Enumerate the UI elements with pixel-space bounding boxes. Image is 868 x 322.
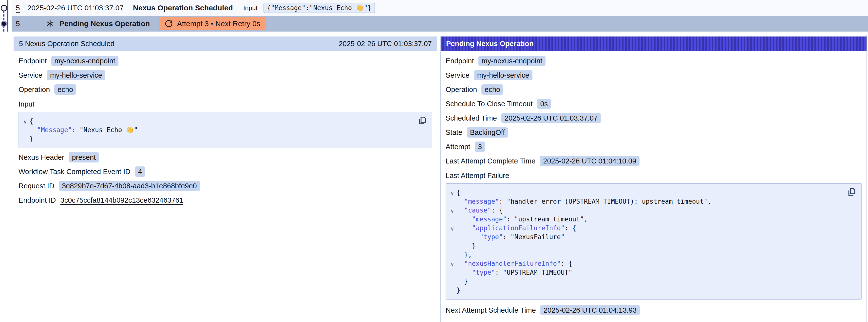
timeline-event-dot-icon xyxy=(1,5,7,11)
field-endpoint: Endpoint my-nexus-endpoint xyxy=(445,56,862,66)
field-next-attempt-schedule-time: Next Attempt Schedule Time 2025-02-26 UT… xyxy=(445,305,862,315)
attempt-retry-badge: Attempt 3 • Next Retry 0s xyxy=(159,17,266,30)
event-row-pending[interactable]: 5 Pending Nexus Operation Attempt 3 • Ne… xyxy=(11,16,868,32)
field-value-badge: my-hello-service xyxy=(47,70,105,80)
event-timestamp: 2025-02-26 UTC 01:03:37.07 xyxy=(27,4,124,12)
field-label: Operation xyxy=(19,86,50,94)
failure-section-label: Last Attempt Failure xyxy=(445,171,862,180)
event-detail-timestamp: 2025-02-26 UTC 01:03:37.07 xyxy=(339,40,432,48)
field-state: State BackingOff xyxy=(445,127,862,137)
field-value-badge: 2025-02-26 UTC 01:04:10.09 xyxy=(540,156,639,166)
field-value-badge: my-nexus-endpoint xyxy=(51,56,119,66)
field-schedule-to-close-timeout: Schedule To Close Timeout 0s xyxy=(445,99,862,109)
field-value-badge: 4 xyxy=(135,166,145,177)
event-title: Nexus Operation Scheduled xyxy=(133,4,233,12)
failure-code-block: ∨{ "message": "handler error (UPSTREAM_T… xyxy=(445,183,862,299)
copy-button[interactable] xyxy=(846,187,857,197)
field-label: Nexus Header xyxy=(19,153,64,161)
scrollbar-track[interactable] xyxy=(867,34,867,322)
field-value-badge: 0s xyxy=(537,99,551,109)
field-value-badge: 2025-02-26 UTC 01:04:13.93 xyxy=(540,305,640,315)
field-label: State xyxy=(445,128,462,137)
field-value-badge: BackingOff xyxy=(467,127,508,137)
field-endpoint: Endpoint my-nexus-endpoint xyxy=(19,56,432,66)
field-label: Request ID xyxy=(19,182,54,190)
input-section-label: Input xyxy=(19,100,432,108)
timeline-current-dot-icon xyxy=(1,21,7,27)
field-value-badge: present xyxy=(69,152,99,162)
workflow-event-history-screen: 5 2025-02-26 UTC 01:03:37.07 Nexus Opera… xyxy=(0,0,868,322)
field-value-badge: 3e829b7e-7d67-4b08-aad3-b1e868bfe9e0 xyxy=(59,181,200,191)
field-label: Service xyxy=(445,71,469,79)
pending-operation-header: Pending Nexus Operation xyxy=(441,36,867,51)
input-code-block: ∨{ "Message": "Nexus Echo 👋"} xyxy=(19,112,432,148)
retry-icon xyxy=(164,20,173,28)
event-id-link[interactable]: 5 xyxy=(16,20,20,28)
field-label: Next Attempt Schedule Time xyxy=(445,306,536,314)
event-row-scheduled[interactable]: 5 2025-02-26 UTC 01:03:37.07 Nexus Opera… xyxy=(11,0,868,16)
field-label: Workflow Task Completed Event ID xyxy=(19,168,130,176)
pending-operation-panel: Pending Nexus Operation Endpoint my-nexu… xyxy=(440,36,867,322)
attempt-retry-text: Attempt 3 • Next Retry 0s xyxy=(177,20,260,28)
field-request-id: Request ID 3e829b7e-7d67-4b08-aad3-b1e86… xyxy=(19,181,432,191)
field-label: Attempt xyxy=(445,143,470,151)
field-attempt: Attempt 3 xyxy=(445,141,862,152)
field-value-badge: 2025-02-26 UTC 01:03:37.07 xyxy=(501,113,601,123)
pending-asterisk-icon xyxy=(45,18,56,29)
event-detail-title: 5 Nexus Operation Scheduled xyxy=(19,40,115,48)
copy-button[interactable] xyxy=(417,116,427,126)
event-id-link[interactable]: 5 xyxy=(16,4,20,12)
pending-operation-title: Pending Nexus Operation xyxy=(446,40,534,48)
field-value-badge: my-nexus-endpoint xyxy=(478,56,546,66)
event-detail-panel-scheduled: 5 Nexus Operation Scheduled 2025-02-26 U… xyxy=(13,36,437,322)
field-value-badge: my-hello-service xyxy=(474,70,532,80)
field-label: Scheduled Time xyxy=(445,114,497,122)
input-inline-label: Input xyxy=(243,4,257,12)
field-value-badge: echo xyxy=(54,84,76,95)
field-value-badge: 3 xyxy=(475,141,485,152)
field-operation: Operation echo xyxy=(19,84,432,95)
field-label: Endpoint ID xyxy=(19,196,56,204)
field-service: Service my-hello-service xyxy=(445,70,862,80)
timeline-accent-line xyxy=(7,0,8,32)
endpoint-id-link[interactable]: 3c0c75ccfa8144b092c13ce632463761 xyxy=(60,196,183,204)
input-preview-chip[interactable]: {"Message":"Nexus Echo 👋"} xyxy=(264,3,375,13)
field-workflow-task-completed-event-id: Workflow Task Completed Event ID 4 xyxy=(19,166,432,177)
field-label: Endpoint xyxy=(445,57,474,65)
field-label: Endpoint xyxy=(19,57,47,65)
pending-event-title: Pending Nexus Operation xyxy=(59,20,150,28)
event-detail-header: 5 Nexus Operation Scheduled 2025-02-26 U… xyxy=(13,36,437,51)
field-endpoint-id: Endpoint ID 3c0c75ccfa8144b092c13ce63246… xyxy=(19,195,432,205)
field-value-badge: echo xyxy=(482,84,503,95)
field-operation: Operation echo xyxy=(445,84,862,95)
field-label: Last Attempt Complete Time xyxy=(445,157,535,165)
field-label: Schedule To Close Timeout xyxy=(445,100,533,108)
field-nexus-header: Nexus Header present xyxy=(19,152,432,162)
field-service: Service my-hello-service xyxy=(19,70,432,80)
field-last-attempt-complete-time: Last Attempt Complete Time 2025-02-26 UT… xyxy=(445,156,862,166)
field-label: Service xyxy=(19,71,42,79)
field-scheduled-time: Scheduled Time 2025-02-26 UTC 01:03:37.0… xyxy=(445,113,862,123)
field-label: Operation xyxy=(445,86,477,94)
